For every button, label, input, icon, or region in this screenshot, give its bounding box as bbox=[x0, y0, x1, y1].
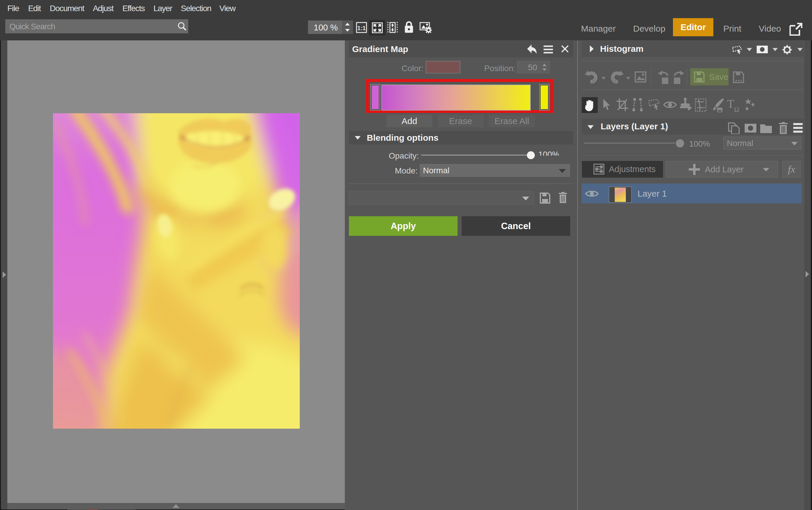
svg-text:Ω: Ω bbox=[734, 106, 739, 112]
svg-text:1:1: 1:1 bbox=[357, 25, 366, 31]
svg-text:T: T bbox=[727, 98, 734, 110]
